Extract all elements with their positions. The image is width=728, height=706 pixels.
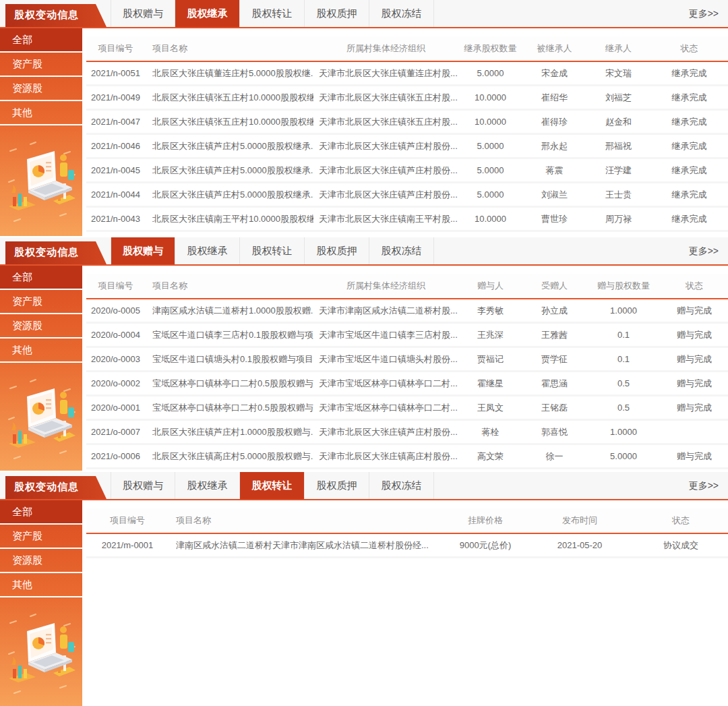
table-cell: 2021/n-0051: [86, 68, 145, 78]
sidebar-item-resource-shares[interactable]: 资源股: [0, 549, 82, 573]
sidebar-item-asset-shares[interactable]: 资产股: [0, 525, 82, 549]
more-link[interactable]: 更多>>: [689, 0, 728, 27]
more-link[interactable]: 更多>>: [689, 237, 728, 264]
table-row[interactable]: 2021/n-0045北辰区大张庄镇芦庄村5.0000股股权继承...天津市北辰…: [86, 159, 728, 183]
table-cell: 邢福祝: [586, 140, 650, 152]
table-cell: 继承完成: [650, 213, 728, 225]
tab-equity-transfer[interactable]: 股权转让: [240, 472, 305, 499]
table-cell: 北辰区大张庄镇高庄村5.0000股股权赠与...: [145, 450, 313, 463]
sidebar-item-other[interactable]: 其他: [0, 101, 82, 125]
table-cell: 王铭磊: [522, 402, 586, 414]
table-row[interactable]: 2021/m-0001津南区咸水沽镇二道桥村天津市津南区咸水沽镇二道桥村股份经.…: [86, 534, 728, 558]
table-cell: 宝坻区牛道口镇李三店村0.1股股权赠与项目: [145, 329, 313, 341]
sidebar-item-all[interactable]: 全部: [0, 500, 82, 525]
table-cell: 1.0000: [586, 427, 661, 437]
table-cell: 2021/n-0044: [86, 189, 145, 200]
table-cell: 天津市北辰区大张庄镇南王平村股...: [313, 213, 458, 225]
table-cell: 0.1: [586, 354, 661, 364]
table-body: 2020/o-0005津南区咸水沽镇二道桥村1.0000股股权赠...天津市津南…: [86, 299, 728, 469]
table-row[interactable]: 2021/n-0047北辰区大张庄镇张五庄村10.0000股股权继...天津市北…: [86, 111, 728, 135]
transfer-table: 项目编号项目名称挂牌价格发布时间状态 2021/m-0001津南区咸水沽镇二道桥…: [86, 500, 728, 706]
table-row[interactable]: 2021/n-0044北辰区大张庄镇芦庄村5.0000股股权继承...天津市北辰…: [86, 183, 728, 208]
sidebar-item-all[interactable]: 全部: [0, 28, 82, 53]
column-header: 受赠人: [522, 280, 586, 292]
tab-equity-freeze[interactable]: 股权冻结: [369, 237, 434, 264]
tab-equity-gift[interactable]: 股权赠与: [111, 237, 175, 264]
table-cell: 津南区咸水沽镇二道桥村天津市津南区咸水沽镇二道桥村股份经...: [169, 539, 445, 552]
tab-equity-inheritance[interactable]: 股权继承: [175, 0, 240, 27]
tab-equity-pledge[interactable]: 股权质押: [305, 472, 369, 499]
table-cell: 2020/o-0001: [86, 403, 145, 413]
table-row[interactable]: 2020/o-0005津南区咸水沽镇二道桥村1.0000股股权赠...天津市津南…: [86, 299, 728, 324]
table-cell: 王兆深: [458, 329, 522, 341]
table-row[interactable]: 2021/o-0006北辰区大张庄镇高庄村5.0000股股权赠与...天津市北辰…: [86, 445, 728, 469]
laptop-analytics-illustration: [0, 363, 82, 471]
table-cell: 北辰区大张庄镇张五庄村10.0000股股权继...: [145, 116, 313, 128]
table-cell: 继承完成: [650, 67, 728, 80]
table-cell: 10.0000: [458, 92, 522, 102]
table-row[interactable]: 2020/o-0003宝坻区牛道口镇塘头村0.1股股权赠与项目天津市宝坻区牛道口…: [86, 348, 728, 372]
table-cell: 贾学征: [522, 353, 586, 365]
table-cell: 5.0000: [458, 141, 522, 151]
table-cell: 2021/m-0001: [86, 540, 169, 550]
tab-equity-freeze[interactable]: 股权冻结: [369, 0, 434, 27]
table-row[interactable]: 2021/n-0049北辰区大张庄镇张五庄村10.0000股股权继...天津市北…: [86, 86, 728, 111]
table-cell: 5.0000: [458, 165, 522, 175]
table-cell: 霍继星: [458, 378, 522, 390]
table-cell: 高文荣: [458, 450, 522, 463]
table-cell: 霍思涵: [522, 378, 586, 390]
tab-equity-pledge[interactable]: 股权质押: [305, 237, 369, 264]
table-cell: 赠与完成: [661, 353, 728, 365]
table-cell: 0.5: [586, 378, 661, 388]
table-row[interactable]: 2021/n-0046北辰区大张庄镇芦庄村5.0000股股权继承...天津市北辰…: [86, 135, 728, 159]
table-cell: 赵金和: [586, 116, 650, 128]
table-cell: 蒋栓: [458, 426, 522, 438]
sidebar-item-other[interactable]: 其他: [0, 573, 82, 597]
table-cell: 王士贵: [586, 189, 650, 201]
sidebar-item-asset-shares[interactable]: 资产股: [0, 290, 82, 314]
table-row[interactable]: 2020/o-0002宝坻区林亭口镇林亭口二村0.5股股权赠与...天津市宝坻区…: [86, 372, 728, 396]
tab-equity-gift[interactable]: 股权赠与: [111, 472, 175, 499]
table-cell: 5.0000: [458, 68, 522, 78]
tab-bar: 股权变动信息 股权赠与 股权继承 股权转让 股权质押 股权冻结 更多>>: [0, 472, 728, 500]
table-row[interactable]: 2021/n-0051北辰区大张庄镇董连庄村5.0000股股权继...天津市北辰…: [86, 62, 728, 86]
tab-equity-transfer[interactable]: 股权转让: [240, 0, 305, 27]
table-row[interactable]: 2020/o-0001宝坻区林亭口镇林亭口二村0.5股股权赠与...天津市宝坻区…: [86, 396, 728, 421]
table-cell: 天津市宝坻区牛道口镇塘头村股份...: [313, 353, 458, 365]
table-cell: 2020/o-0005: [86, 305, 145, 316]
table-cell: 继承完成: [650, 165, 728, 177]
table-row[interactable]: 2021/n-0043北辰区大张庄镇南王平村10.0000股股权继...天津市北…: [86, 208, 728, 232]
sidebar-item-all[interactable]: 全部: [0, 266, 82, 290]
column-header: 状态: [650, 42, 728, 55]
table-cell: 2020/o-0002: [86, 378, 145, 388]
table-cell: 2021/n-0043: [86, 214, 145, 224]
table-cell: 孙立成: [522, 305, 586, 317]
table-cell: 邢永起: [522, 140, 586, 152]
equity-inheritance-panel: 股权变动信息 股权赠与 股权继承 股权转让 股权质押 股权冻结 更多>> 全部 …: [0, 0, 728, 236]
table-cell: 协议成交: [634, 539, 728, 552]
sidebar-item-asset-shares[interactable]: 资产股: [0, 53, 82, 77]
tab-equity-gift[interactable]: 股权赠与: [111, 0, 175, 27]
sidebar-item-resource-shares[interactable]: 资源股: [0, 77, 82, 101]
table-row[interactable]: 2020/o-0004宝坻区牛道口镇李三店村0.1股股权赠与项目天津市宝坻区牛道…: [86, 324, 728, 348]
sidebar-item-other[interactable]: 其他: [0, 339, 82, 363]
more-link[interactable]: 更多>>: [689, 472, 728, 499]
tab-equity-freeze[interactable]: 股权冻结: [369, 472, 434, 499]
table-cell: 1.0000: [586, 305, 661, 316]
table-cell: 10.0000: [458, 214, 522, 224]
table-cell: 北辰区大张庄镇芦庄村5.0000股股权继承...: [145, 140, 313, 152]
table-cell: 2021/n-0046: [86, 141, 145, 151]
tab-equity-transfer[interactable]: 股权转让: [240, 237, 305, 264]
table-cell: 郭喜悦: [522, 426, 586, 438]
tab-bar: 股权变动信息 股权赠与 股权继承 股权转让 股权质押 股权冻结 更多>>: [0, 0, 728, 28]
sidebar-item-resource-shares[interactable]: 资源股: [0, 314, 82, 339]
table-cell: 宝坻区林亭口镇林亭口二村0.5股股权赠与...: [145, 402, 313, 414]
table-cell: 天津市北辰区大张庄镇张五庄村股...: [313, 92, 458, 104]
table-row[interactable]: 2021/o-0007北辰区大张庄镇芦庄村1.0000股股权赠与...天津市北辰…: [86, 421, 728, 445]
tab-equity-pledge[interactable]: 股权质押: [305, 0, 369, 27]
table-cell: 赠与完成: [661, 329, 728, 341]
table-cell: 刘福芝: [586, 92, 650, 104]
tab-equity-inheritance[interactable]: 股权继承: [175, 472, 240, 499]
tab-equity-inheritance[interactable]: 股权继承: [175, 237, 240, 264]
column-header: 赠与人: [458, 280, 522, 292]
